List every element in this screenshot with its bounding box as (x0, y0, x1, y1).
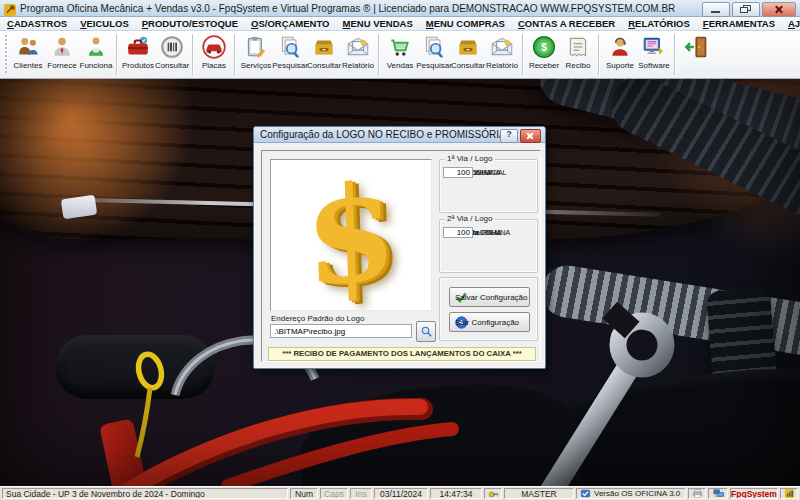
toolbar-button-funcionarios[interactable]: Funciona (79, 31, 113, 78)
via2-group: 2ª Via / Logo Nº da Linha FINAL Posição … (439, 219, 538, 273)
toolbar-button-produtos[interactable]: Produtos (121, 31, 155, 78)
menu-relatorios[interactable]: RELATÓRIOS (628, 18, 690, 29)
status-num: Num (290, 488, 318, 499)
dialog-close-button[interactable] (520, 129, 541, 143)
workspace-background: Configuração da LOGO NO RECIBO e PROMISS… (0, 79, 800, 486)
toolbar-button-servicos[interactable]: Serviços (239, 31, 273, 78)
menu-vendas[interactable]: MENU VENDAS (343, 18, 413, 29)
toolbar-button-consultar-vendas[interactable]: Consultar (451, 31, 485, 78)
window-controls (702, 2, 796, 17)
status-time: 14:47:34 (430, 488, 482, 499)
browse-logo-button[interactable] (416, 321, 436, 342)
toolbar-button-pesquisar-vendas[interactable]: Pesquisar (417, 31, 451, 78)
via1-group: 1ª Via / Logo Nº da Linha INICIAL Posiçã… (439, 159, 538, 213)
software-icon (641, 33, 668, 60)
status-ins: Ins (350, 488, 372, 499)
toolbar-separator (522, 34, 524, 75)
toolbar-button-sair[interactable] (679, 31, 713, 78)
toolbar-button-label: Software (638, 61, 670, 70)
close-button[interactable] (762, 2, 796, 17)
banner-recibo: *** RECIBO DE PAGAMENTO DOS LANÇAMENTOS … (268, 347, 536, 361)
toolbar-button-fornecedores[interactable]: Fornece (45, 31, 79, 78)
exit-config-button[interactable]: Sair Configuração (449, 312, 530, 332)
menu-veiculos[interactable]: VEICULOS (80, 18, 129, 29)
menu-bar: CADASTROS VEICULOS PRODUTO/ESTOQUE OS/OR… (0, 17, 800, 31)
save-config-label: Salvar Configuração (455, 293, 527, 302)
status-brand: FpqSystem (730, 488, 778, 499)
toolbar-button-label: Relatório (486, 61, 518, 70)
dialog-panel: $ 1ª Via / Logo Nº da Linha INICIAL Posi… (261, 150, 541, 362)
toolbar-button-receber[interactable]: $ Receber (527, 31, 561, 78)
logo-config-dialog: Configuração da LOGO NO RECIBO e PROMISS… (253, 126, 546, 369)
status-location: Sua Cidade - UP 3 de Novembro de 2024 - … (2, 488, 288, 499)
toolbar-button-placas[interactable]: Placas (197, 31, 231, 78)
logo-path-label: Endereço Padrão do Logo (271, 314, 364, 323)
file-drawer-icon (311, 33, 338, 60)
dialog-titlebar[interactable]: Configuração da LOGO NO RECIBO e PROMISS… (254, 127, 545, 143)
search-docs-icon (277, 33, 304, 60)
toolbar-button-relatorio-vendas[interactable]: Relatório (485, 31, 519, 78)
toolbar-button-clientes[interactable]: Clientes (11, 31, 45, 78)
menu-ferramentas[interactable]: FERRAMENTAS (703, 18, 775, 29)
window-title: Programa Oficina Mecânica + Vendas v3.0 … (20, 3, 675, 14)
services-clipboard-icon (243, 33, 270, 60)
toolbar-separator (234, 34, 236, 75)
shopping-cart-icon (387, 33, 414, 60)
support-icon (607, 33, 634, 60)
menu-os-orcamento[interactable]: OS/ORÇAMENTO (251, 18, 329, 29)
receipt-icon (565, 33, 592, 60)
toolbar-button-label: Recibo (566, 61, 591, 70)
save-config-button[interactable]: Salvar Configuração (449, 287, 530, 307)
toolbar-separator (674, 34, 676, 75)
toolbar-button-suporte[interactable]: Suporte (603, 31, 637, 78)
posicao-coluna2-input[interactable] (443, 227, 473, 238)
search-docs-icon (421, 33, 448, 60)
toolbar-button-consultar-produtos[interactable]: Consultar (155, 31, 189, 78)
toolbar-button-label: Consultar (451, 61, 485, 70)
menu-contas-receber[interactable]: CONTAS A RECEBER (518, 18, 615, 29)
app-logo-icon (4, 2, 16, 14)
status-network-cell[interactable] (708, 488, 728, 499)
exit-config-label: Sair Configuração (455, 318, 519, 327)
toolbar-separator (598, 34, 600, 75)
status-printer-cell[interactable] (688, 488, 706, 499)
posicao-coluna-input[interactable] (443, 167, 473, 178)
toolbar-button-consultar-servicos[interactable]: Consultar (307, 31, 341, 78)
toolbar-separator (116, 34, 118, 75)
toolbar-button-label: Consultar (307, 61, 341, 70)
dialog-help-button[interactable] (500, 129, 518, 143)
toolbar-grip (4, 34, 9, 75)
restore-button[interactable] (732, 2, 760, 17)
toolbar-button-vendas[interactable]: Vendas (383, 31, 417, 78)
supplier-icon (49, 33, 76, 60)
toolbar-button-label: Produtos (122, 61, 154, 70)
logo-path-input[interactable] (270, 324, 412, 338)
status-bar: Sua Cidade - UP 3 de Novembro de 2024 - … (0, 486, 800, 500)
menu-cadastros[interactable]: CADASTROS (7, 18, 67, 29)
toolbar-button-software[interactable]: Software (637, 31, 671, 78)
via2-group-label: 2ª Via / Logo (445, 214, 495, 223)
toolbar-button-label: Clientes (14, 61, 43, 70)
minimize-button[interactable] (702, 2, 730, 17)
menu-ajuda[interactable]: AJUDA (788, 18, 800, 29)
key-icon (488, 488, 499, 499)
magnifier-icon (420, 325, 433, 338)
toolbar-button-relatorio-servicos[interactable]: Relatório (341, 31, 375, 78)
menu-produto-estoque[interactable]: PRODUTO/ESTOQUE (142, 18, 238, 29)
car-plate-icon (201, 33, 228, 60)
network-icon (713, 488, 724, 499)
printer-icon (692, 488, 703, 499)
toolbar-button-pesquisar-servicos[interactable]: Pesquisar (273, 31, 307, 78)
status-user-icon-cell (484, 488, 502, 499)
via1-group-label: 1ª Via / Logo (445, 154, 495, 163)
toolbar: Clientes Fornece Funciona Produtos Co (0, 31, 800, 79)
dialog-title: Configuração da LOGO NO RECIBO e PROMISS… (260, 129, 506, 140)
toolbar-button-label: Vendas (387, 61, 414, 70)
toolbar-button-label: Consultar (155, 61, 189, 70)
toolbar-button-recibo[interactable]: Recibo (561, 31, 595, 78)
toolbar-button-label: Pesquisar (416, 61, 452, 70)
toolbar-button-label: Placas (202, 61, 226, 70)
status-app-icon-cell (780, 488, 798, 499)
menu-compras[interactable]: MENU COMPRAS (426, 18, 505, 29)
status-user: MASTER (504, 488, 574, 499)
